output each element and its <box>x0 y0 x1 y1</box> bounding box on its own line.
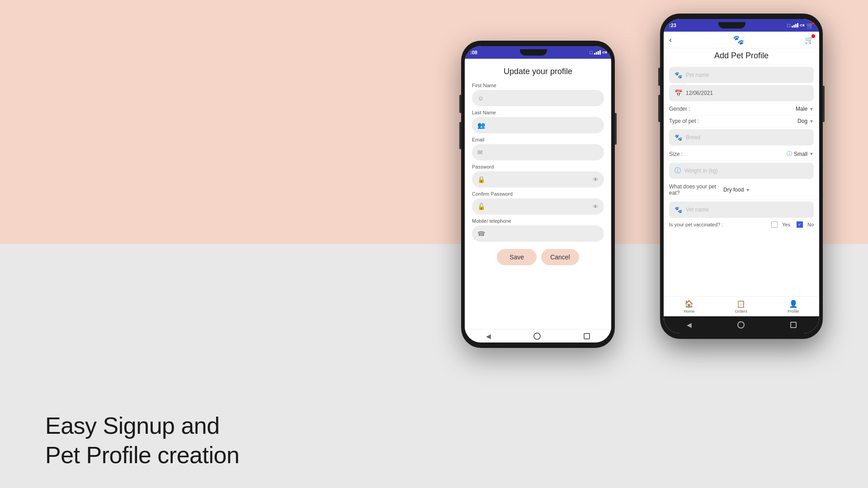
orders-nav-label: Orders <box>735 309 747 314</box>
battery-icon <box>602 52 606 53</box>
time-phone1: :08 <box>470 50 477 55</box>
hero-text: Easy Signup and Pet Profile creation <box>45 411 239 470</box>
eye-toggle-confirm[interactable]: 👁︎ <box>593 203 599 210</box>
wifi-icon-p2: □ <box>787 23 790 28</box>
orders-nav-icon: 📋 <box>736 300 745 308</box>
no-checkbox[interactable]: ✓ <box>797 221 803 228</box>
time-phone2: :23 <box>669 23 676 28</box>
pet-name-placeholder: Pet name <box>686 72 709 78</box>
status-bar-phone2: :23 □ 🛒 1 <box>664 19 819 32</box>
notch-phone2 <box>718 22 745 28</box>
cancel-button[interactable]: Cancel <box>541 249 579 265</box>
weight-placeholder: Weight in (kg) <box>684 168 718 174</box>
pet-type-label: Type of pet : <box>669 118 797 124</box>
lastname-input[interactable]: 👥 <box>472 117 604 133</box>
firstname-label: First Name <box>472 83 604 88</box>
home-nav-icon: 🏠 <box>684 300 693 308</box>
gender-label: Gender : <box>669 106 796 112</box>
pet-dob-input[interactable]: 📅 12/06/2021 <box>669 85 814 101</box>
pet-type-dropdown-icon[interactable]: ▼ <box>809 119 814 124</box>
nav-home[interactable]: 🏠 Home <box>684 300 694 314</box>
phones-container: :08 □ <box>461 14 823 366</box>
lock-icon: 🔒 <box>477 176 485 183</box>
form-buttons: Save Cancel <box>472 249 604 265</box>
no-label: No <box>807 222 814 227</box>
pet-type-value: Dog <box>797 118 807 124</box>
group-icon: 👥 <box>477 122 485 129</box>
size-row: Size : ⓘ Small ▼ <box>664 147 819 161</box>
update-profile-title: Update your profile <box>472 67 604 76</box>
phone1: :08 □ <box>461 41 615 348</box>
paw-icon-breed: 🐾 <box>675 134 682 141</box>
food-row: What does your pet eat? Dry food ▼ <box>664 181 819 200</box>
confirm-password-input[interactable]: 🔓 👁︎ <box>472 198 604 215</box>
back-button[interactable]: ‹ <box>669 35 672 45</box>
pet-form-content: 🐾 Pet name 📅 12/06/2021 Gender : Male ▼ … <box>664 65 819 316</box>
phone2: :23 □ 🛒 1 <box>660 14 823 339</box>
food-value: Dry food <box>723 187 744 193</box>
mobile-input[interactable]: ☎ <box>472 225 604 242</box>
email-input[interactable]: ✉ <box>472 144 604 160</box>
status-icons-phone2: □ 🛒 1 <box>787 22 814 29</box>
gender-dropdown-icon[interactable]: ▼ <box>809 107 814 112</box>
nav-orders[interactable]: 📋 Orders <box>735 300 747 314</box>
email-label: Email <box>472 137 604 142</box>
size-value: Small <box>794 151 807 157</box>
food-label: What does your pet eat? <box>669 183 723 197</box>
phone2-header: ‹ 🐾 🛒 <box>664 32 819 48</box>
phone1-screen: :08 □ <box>465 46 611 343</box>
size-dropdown-icon[interactable]: ▼ <box>809 151 814 156</box>
pet-type-row: Type of pet : Dog ▼ <box>664 115 819 127</box>
gender-value: Male <box>796 106 807 112</box>
cart-header-icon[interactable]: 🛒 <box>805 36 814 44</box>
food-dropdown-icon[interactable]: ▼ <box>745 188 750 192</box>
yes-label: Yes <box>782 222 790 227</box>
info-icon-weight: ⓘ <box>675 167 681 175</box>
status-icons-phone1: □ <box>590 50 606 55</box>
confirm-password-label: Confirm Password <box>472 191 604 197</box>
profile-nav-icon: 👤 <box>789 300 798 308</box>
info-icon: ⓘ <box>787 150 792 158</box>
paw-icon-name: 🐾 <box>675 71 682 79</box>
password-input[interactable]: 🔒 👁︎ <box>472 171 604 188</box>
phone2-screen: :23 □ 🛒 1 <box>664 19 819 333</box>
yes-checkbox[interactable] <box>771 221 778 228</box>
wifi-icon: □ <box>590 50 593 55</box>
phone1-bottom-nav: ◀ <box>465 329 611 343</box>
email-icon: ✉ <box>477 149 483 156</box>
home-nav-label: Home <box>684 309 694 314</box>
pet-name-input[interactable]: 🐾 Pet name <box>669 67 814 83</box>
weight-input[interactable]: ⓘ Weight in (kg) <box>669 163 814 179</box>
breed-input[interactable]: 🐾 Breed <box>669 129 814 145</box>
eye-toggle-password[interactable]: 👁︎ <box>593 176 599 183</box>
phone-icon: ☎ <box>477 230 485 237</box>
sys-back-icon[interactable]: ◀ <box>687 321 692 328</box>
nav-back-icon[interactable]: ◀ <box>486 333 491 340</box>
profile-nav-label: Profile <box>788 309 799 314</box>
sys-recent-square[interactable] <box>790 322 797 328</box>
nav-profile[interactable]: 👤 Profile <box>788 300 799 314</box>
phone2-system-nav: ◀ <box>664 316 819 333</box>
notch-phone1 <box>520 49 547 56</box>
lock-open-icon: 🔓 <box>477 203 485 210</box>
save-button[interactable]: Save <box>497 249 537 265</box>
lastname-label: Last Name <box>472 110 604 115</box>
password-label: Password <box>472 164 604 169</box>
signal-icon-p2 <box>792 23 798 28</box>
vet-placeholder: Vet name <box>686 206 709 213</box>
person-icon: ☺ <box>477 94 484 102</box>
cart-icon[interactable]: 🛒 1 <box>807 22 814 29</box>
hero-line1: Easy Signup and <box>45 411 239 441</box>
breed-placeholder: Breed <box>686 134 700 141</box>
battery-icon-p2 <box>800 24 803 26</box>
sys-home-circle[interactable] <box>737 321 745 328</box>
paw-icon-vet: 🐾 <box>675 206 682 213</box>
nav-recent-icon[interactable] <box>584 333 590 339</box>
signal-icon <box>594 50 601 55</box>
firstname-input[interactable]: ☺ <box>472 90 604 106</box>
mobile-label: Mobile/ telephone <box>472 218 604 224</box>
size-label: Size : <box>669 151 787 157</box>
vaccinated-label: Is your pet vaccinated? : <box>669 222 768 227</box>
nav-home-icon[interactable] <box>533 333 541 340</box>
vet-input[interactable]: 🐾 Vet name <box>669 202 814 218</box>
